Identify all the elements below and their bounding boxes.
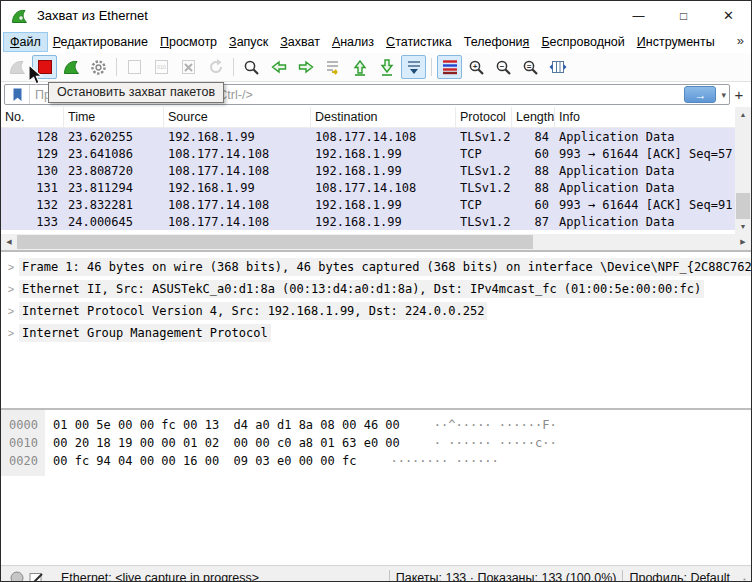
cell-no: 132 <box>1 198 64 212</box>
menu-item-7[interactable]: Телефония <box>458 33 536 51</box>
add-filter-button[interactable]: + <box>730 86 748 103</box>
hex-row-0000[interactable]: 000001 00 5e 00 00 fc 00 13 d4 a0 d1 8a … <box>1 416 751 434</box>
expand-chevron-icon[interactable]: > <box>3 283 19 295</box>
expert-info-icon[interactable] <box>10 571 24 582</box>
menu-item-4[interactable]: Захват <box>274 33 326 51</box>
column-header-destination[interactable]: Destination <box>311 107 456 127</box>
menu-item-9[interactable]: Инструменты <box>631 33 721 51</box>
go-forward-button[interactable] <box>293 55 318 79</box>
packet-row-133[interactable]: 13324.000645108.177.14.108192.168.1.99TL… <box>1 213 735 230</box>
wireshark-fin-icon <box>8 58 27 76</box>
restart-capture-button[interactable] <box>59 55 84 79</box>
reload-button[interactable] <box>203 55 228 79</box>
profile-text[interactable]: Профиль: Default <box>629 571 730 582</box>
cell-destination: 108.177.14.108 <box>311 130 456 144</box>
packet-row-129[interactable]: 12923.641086108.177.14.108192.168.1.99TC… <box>1 145 735 162</box>
capture-options-button[interactable] <box>86 55 111 79</box>
close-file-button[interactable] <box>176 55 201 79</box>
wireshark-window: Захват из Ethernet — □ ✕ ФайлРедактирова… <box>0 0 752 582</box>
open-file-button[interactable] <box>122 55 147 79</box>
menu-item-8[interactable]: Беспроводной <box>535 33 630 51</box>
menu-item-2[interactable]: Просмотр <box>154 33 223 51</box>
packet-row-130[interactable]: 13023.808720108.177.14.108192.168.1.99TL… <box>1 162 735 179</box>
detail-line-2[interactable]: >Internet Protocol Version 4, Src: 192.1… <box>1 300 751 322</box>
scroll-up-icon[interactable]: ▲ <box>735 107 751 122</box>
start-capture-button[interactable] <box>5 55 30 79</box>
column-header-source[interactable]: Source <box>164 107 311 127</box>
hex-row-0010[interactable]: 001000 20 18 19 00 00 01 02 00 00 c0 a8 … <box>1 434 751 452</box>
go-first-button[interactable] <box>347 55 372 79</box>
column-header-time[interactable]: Time <box>64 107 164 127</box>
packet-row-128[interactable]: 12823.620255192.168.1.99108.177.14.108TL… <box>1 128 735 145</box>
cell-destination: 192.168.1.99 <box>311 164 456 178</box>
horizontal-scrollbar[interactable]: ◀ ▶ <box>1 234 751 250</box>
close-button[interactable]: ✕ <box>706 1 751 30</box>
reload-arrow-icon <box>208 59 224 75</box>
gear-icon <box>90 59 107 76</box>
svg-text:+: + <box>473 61 478 70</box>
resize-grip[interactable] <box>734 577 747 582</box>
colorize-button[interactable] <box>437 55 462 79</box>
status-separator <box>389 570 390 582</box>
cell-no: 133 <box>1 215 64 229</box>
packet-count-text: Пакеты: 133 · Показаны: 133 (100.0%) <box>396 571 617 582</box>
packet-row-131[interactable]: 13123.811294192.168.1.99108.177.14.108TL… <box>1 179 735 196</box>
auto-scroll-button[interactable] <box>401 55 426 79</box>
menu-overflow-chevron[interactable]: » <box>737 33 744 48</box>
scroll-right-icon[interactable]: ▶ <box>735 234 751 250</box>
column-header-no[interactable]: No. <box>1 107 64 127</box>
zoom-out-button[interactable]: − <box>491 55 516 79</box>
expand-chevron-icon[interactable]: > <box>3 305 19 317</box>
menu-bar: ФайлРедактированиеПросмотрЗапускЗахватАн… <box>1 30 751 53</box>
vertical-scroll-thumb[interactable] <box>736 193 750 219</box>
cell-info: Application Data <box>555 130 735 144</box>
go-last-button[interactable] <box>374 55 399 79</box>
zoom-reset-button[interactable]: = <box>518 55 543 79</box>
zoom-in-button[interactable]: + <box>464 55 489 79</box>
cell-length: 60 <box>512 198 555 212</box>
detail-line-3[interactable]: >Internet Group Management Protocol <box>1 322 751 344</box>
expand-chevron-icon[interactable]: > <box>3 261 19 273</box>
column-header-protocol[interactable]: Protocol <box>456 107 512 127</box>
cell-no: 129 <box>1 147 64 161</box>
scroll-down-icon[interactable]: ▼ <box>735 219 751 234</box>
menu-item-6[interactable]: Статистика <box>380 33 458 51</box>
menu-item-5[interactable]: Анализ <box>326 33 380 51</box>
expand-chevron-icon[interactable]: > <box>3 327 19 339</box>
cell-no: 130 <box>1 164 64 178</box>
packet-list-rows: 12823.620255192.168.1.99108.177.14.108TL… <box>1 128 751 234</box>
cell-time: 23.808720 <box>64 164 164 178</box>
menu-item-1[interactable]: Редактирование <box>47 33 154 51</box>
apply-arrow-icon: → <box>694 88 706 102</box>
resize-columns-button[interactable] <box>545 55 570 79</box>
go-back-button[interactable] <box>266 55 291 79</box>
minimize-button[interactable]: — <box>616 1 661 30</box>
detail-line-0[interactable]: >Frame 1: 46 bytes on wire (368 bits), 4… <box>1 256 751 278</box>
scroll-left-icon[interactable]: ◀ <box>1 234 17 250</box>
go-to-packet-button[interactable] <box>320 55 345 79</box>
svg-text:010: 010 <box>157 64 166 70</box>
maximize-button[interactable]: □ <box>661 1 706 30</box>
packet-row-132[interactable]: 13223.832281108.177.14.108192.168.1.99TC… <box>1 196 735 213</box>
hex-ascii: ··^····· ······F· <box>434 418 557 432</box>
toolbar-separator <box>431 58 432 76</box>
column-header-info[interactable]: Info <box>555 107 735 127</box>
capture-comment-icon[interactable] <box>29 571 45 582</box>
cell-time: 23.832281 <box>64 198 164 212</box>
menu-item-0[interactable]: Файл <box>4 33 47 51</box>
vertical-scrollbar[interactable]: ▲ ▼ <box>735 107 751 234</box>
apply-filter-button[interactable]: → <box>684 86 716 103</box>
find-packet-button[interactable] <box>239 55 264 79</box>
filter-bookmark-button[interactable] <box>5 85 30 104</box>
hex-row-0020[interactable]: 002000 fc 94 04 00 00 16 00 09 03 e0 00 … <box>1 452 751 470</box>
cell-protocol: TLSv1.2 <box>456 164 512 178</box>
menu-items: ФайлРедактированиеПросмотрЗапускЗахватАн… <box>4 33 721 51</box>
save-file-button[interactable]: 010 <box>149 55 174 79</box>
column-header-length[interactable]: Length <box>512 107 555 127</box>
cell-info: Application Data <box>555 164 735 178</box>
filter-dropdown-caret-icon[interactable]: ▾ <box>721 90 726 100</box>
horizontal-scroll-thumb[interactable] <box>17 235 533 249</box>
menu-item-3[interactable]: Запуск <box>223 33 274 51</box>
detail-line-1[interactable]: >Ethernet II, Src: ASUSTekC_a0:d1:8a (00… <box>1 278 751 300</box>
columns-icon <box>549 59 567 75</box>
